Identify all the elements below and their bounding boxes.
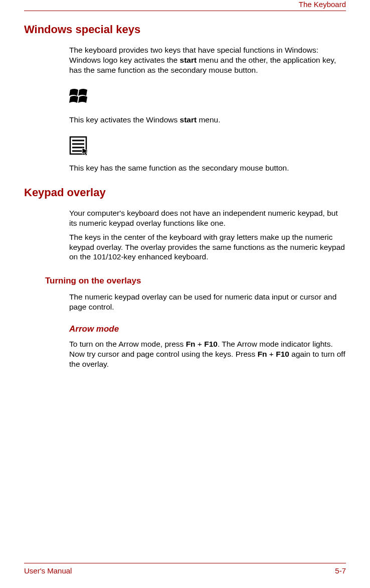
arrow-mode-description: To turn on the Arrow mode, press Fn + F1… <box>69 339 346 369</box>
windows-key-description: This key activates the Windows start men… <box>69 115 346 125</box>
keypad-overlay-p1: Your computer's keyboard does not have a… <box>69 208 346 228</box>
key-fn: Fn <box>186 340 196 348</box>
application-menu-icon <box>69 136 346 156</box>
footer-left: User's Manual <box>24 566 72 575</box>
heading-windows-special-keys: Windows special keys <box>24 23 346 36</box>
keypad-overlay-p2: The keys in the center of the keyboard w… <box>69 232 346 262</box>
page-footer: User's Manual 5-7 <box>24 563 346 588</box>
text-fragment: This key activates the Windows <box>69 115 180 124</box>
windows-keys-intro: The keyboard provides two keys that have… <box>69 45 346 75</box>
text-bold-start: start <box>180 56 197 64</box>
heading-keypad-overlay: Keypad overlay <box>24 186 346 199</box>
key-f10: F10 <box>204 340 218 348</box>
key-f10: F10 <box>276 350 289 358</box>
footer-page-number: 5-7 <box>335 566 346 575</box>
text-fragment: + <box>267 350 276 358</box>
heading-turning-on-overlays: Turning on the overlays <box>45 276 346 286</box>
heading-arrow-mode: Arrow mode <box>69 324 346 334</box>
key-fn: Fn <box>258 350 267 358</box>
overlays-p1: The numeric keypad overlay can be used f… <box>69 292 346 312</box>
text-bold-start: start <box>180 115 197 124</box>
text-fragment: To turn on the Arrow mode, press <box>69 340 186 348</box>
windows-logo-icon <box>69 86 346 108</box>
text-fragment: menu. <box>197 115 220 124</box>
text-fragment: + <box>196 340 205 348</box>
application-key-description: This key has the same function as the se… <box>69 163 346 173</box>
header-section-title: The Keyboard <box>24 0 346 11</box>
